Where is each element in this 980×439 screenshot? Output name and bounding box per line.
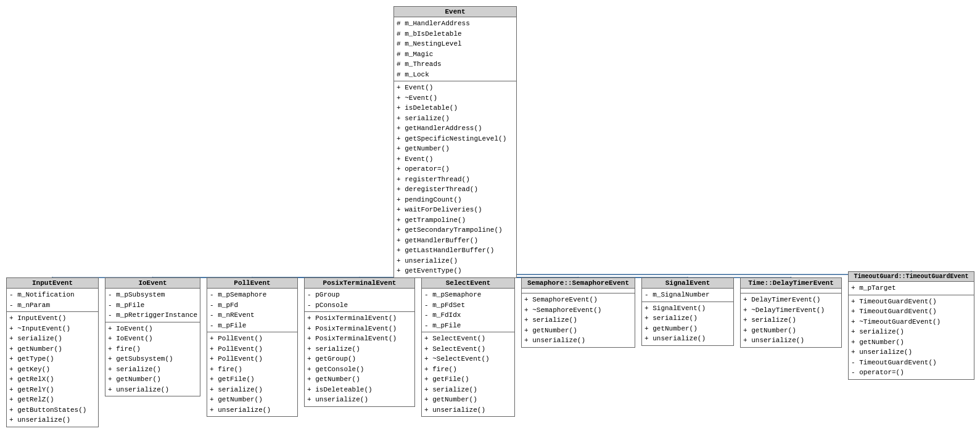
pollevent-methods: + PollEvent() + PollEvent() + PollEvent(…: [207, 332, 297, 416]
inputevent-header: InputEvent: [7, 278, 98, 289]
ioevent-header: IoEvent: [105, 278, 200, 289]
posixterminal-attributes: - pGroup - pConsole: [305, 289, 414, 312]
event-class-header: Event: [394, 7, 516, 17]
pollevent-header: PollEvent: [207, 278, 297, 289]
uml-diagram: Event # m_HandlerAddress # m_bIsDeletabl…: [0, 0, 980, 439]
signalevent-attributes: - m_SignalNumber: [642, 289, 733, 302]
ioevent-attributes: - m_pSubsystem - m_pFile - m_pRetriggerI…: [105, 289, 200, 322]
selectevent-methods: + SelectEvent() + SelectEvent() + ~Selec…: [422, 332, 514, 416]
posixterminal-class: PosixTerminalEvent - pGroup - pConsole +…: [304, 277, 415, 407]
selectevent-class: SelectEvent - m_pSemaphore - m_pFdSet - …: [421, 277, 515, 417]
signalevent-header: SignalEvent: [642, 278, 733, 289]
event-attributes: # m_HandlerAddress # m_bIsDeletable # m_…: [394, 17, 516, 81]
pollevent-class: PollEvent - m_pSemaphore - m_pFd - m_nRE…: [207, 277, 298, 417]
selectevent-header: SelectEvent: [422, 278, 514, 289]
timeoutguardevent-class: TimeoutGuard::TimeoutGuardEvent + m_pTar…: [848, 271, 974, 380]
event-class: Event # m_HandlerAddress # m_bIsDeletabl…: [393, 6, 517, 278]
timeoutguardevent-methods: + TimeoutGuardEvent() + TimeoutGuardEven…: [849, 295, 974, 379]
delaytimerevent-class: Time::DelayTimerEvent + DelayTimerEvent(…: [740, 277, 842, 348]
posixterminal-header: PosixTerminalEvent: [305, 278, 414, 289]
delaytimerevent-attributes: [741, 289, 841, 293]
delaytimerevent-methods: + DelayTimerEvent() + ~DelayTimerEvent()…: [741, 293, 841, 347]
delaytimerevent-header: Time::DelayTimerEvent: [741, 278, 841, 289]
semaphoreevent-header: Semaphore::SemaphoreEvent: [522, 278, 635, 289]
timeoutguardevent-header: TimeoutGuard::TimeoutGuardEvent: [849, 272, 974, 282]
ioevent-methods: + IoEvent() + IoEvent() + fire() + getSu…: [105, 322, 200, 396]
pollevent-attributes: - m_pSemaphore - m_pFd - m_nREvent - m_p…: [207, 289, 297, 332]
signalevent-class: SignalEvent - m_SignalNumber + SignalEve…: [641, 277, 734, 346]
inputevent-attributes: - m_Notification - m_nParam: [7, 289, 98, 312]
signalevent-methods: + SignalEvent() + serialize() + getNumbe…: [642, 302, 733, 345]
semaphoreevent-class: Semaphore::SemaphoreEvent + SemaphoreEve…: [521, 277, 635, 348]
timeoutguardevent-attributes: + m_pTarget: [849, 282, 974, 295]
semaphoreevent-methods: + SemaphoreEvent() + ~SemaphoreEvent() +…: [522, 293, 635, 347]
selectevent-attributes: - m_pSemaphore - m_pFdSet - m_FdIdx - m_…: [422, 289, 514, 332]
ioevent-class: IoEvent - m_pSubsystem - m_pFile - m_pRe…: [105, 277, 200, 396]
semaphoreevent-attributes: [522, 289, 635, 293]
inputevent-methods: + InputEvent() + ~InputEvent() + seriali…: [7, 312, 98, 427]
inputevent-class: InputEvent - m_Notification - m_nParam +…: [6, 277, 99, 427]
posixterminal-methods: + PosixTerminalEvent() + PosixTerminalEv…: [305, 312, 414, 406]
event-methods: + Event() + ~Event() + isDeletable() + s…: [394, 81, 516, 277]
